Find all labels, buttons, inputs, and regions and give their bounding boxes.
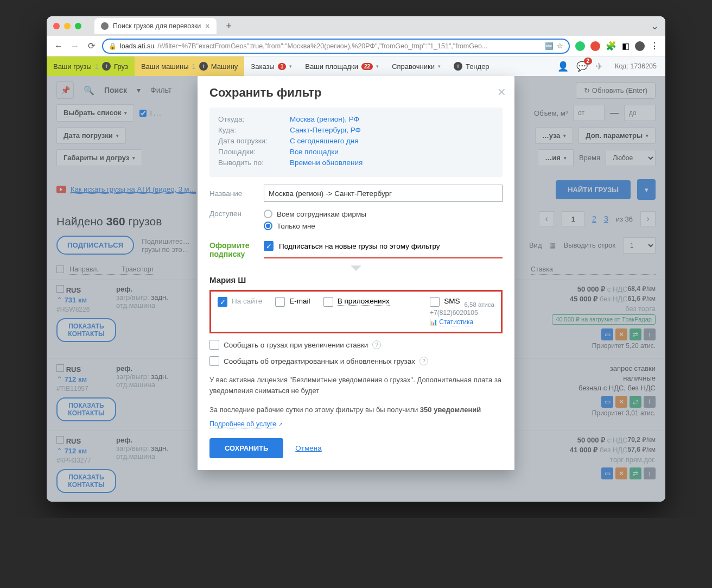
address-bar: ← → ⟳ 🔒 loads.ati.su /#/filter=%7B"exact… <box>47 36 665 56</box>
opt-raise-checkbox[interactable]: Сообщать о грузах при увеличении ставки? <box>209 340 503 350</box>
subscribe-heading: Оформитеподписку <box>209 241 264 258</box>
extensions-icon[interactable]: 🧩 <box>606 41 616 51</box>
add-tender-plus-icon[interactable]: + <box>454 62 462 71</box>
url-path: /#/filter=%7B"exactFromGeos":true,"from"… <box>157 42 487 50</box>
nav-forward-icon[interactable]: → <box>69 41 80 51</box>
profile-avatar[interactable] <box>635 41 645 51</box>
extension-icon[interactable] <box>590 41 600 51</box>
your-trucks-count: 1 <box>192 62 196 71</box>
code-value: 1736205 <box>630 62 657 70</box>
orders-label[interactable]: Заказы <box>251 62 274 71</box>
star-icon[interactable]: ☆ <box>557 42 563 50</box>
channel-site[interactable]: ✓На сайте <box>218 297 262 307</box>
nav-reload-icon[interactable]: ⟳ <box>86 41 97 51</box>
translate-icon[interactable]: 🔤 <box>545 42 554 50</box>
save-filter-modal: × Сохранить фильтр Откуда:Москва (регион… <box>198 76 514 470</box>
favicon <box>101 22 109 30</box>
available-label: Доступен <box>209 210 264 218</box>
pointer-icon <box>351 265 361 271</box>
your-trucks-label[interactable]: Ваши машины <box>141 62 189 71</box>
sidepanel-icon[interactable]: ◧ <box>622 41 630 51</box>
window-zoom[interactable] <box>75 23 81 29</box>
url-field[interactable]: 🔒 loads.ati.su /#/filter=%7B"exactFromGe… <box>102 39 570 54</box>
subscribe-label: Подписаться на новые грузы по этому филь… <box>279 242 440 250</box>
sms-phone: +7(812)6020105 <box>430 309 478 317</box>
your-cargo-count: 1 <box>95 62 99 71</box>
window-close[interactable] <box>53 23 60 29</box>
tab-title: Поиск грузов для перевозки <box>113 22 201 30</box>
code-label: Код: <box>615 62 628 70</box>
url-host: loads.ati.su <box>120 42 154 50</box>
refs-label[interactable]: Справочники <box>392 62 435 71</box>
help-icon[interactable]: ? <box>372 340 381 349</box>
subscribe-checkbox[interactable]: ✓ <box>264 241 274 251</box>
channel-sms[interactable]: SMS <box>430 297 460 307</box>
avail-me-radio[interactable]: Только мне <box>264 222 366 230</box>
send-icon[interactable]: ✈ <box>595 61 603 72</box>
nav-back-icon[interactable]: ← <box>53 41 64 51</box>
contact-icon[interactable]: 👤 <box>557 61 569 72</box>
filter-summary: Откуда:Москва (регион), РФ Куда:Санкт-Пе… <box>209 108 503 177</box>
orders-badge: 1 <box>278 63 287 70</box>
window-minimize[interactable] <box>64 23 71 29</box>
modal-title: Сохранить фильтр <box>209 86 503 100</box>
help-icon[interactable]: ? <box>419 357 428 365</box>
platforms-label[interactable]: Ваши площадки <box>305 62 358 71</box>
new-tab-button[interactable]: + <box>226 21 232 32</box>
lock-icon: 🔒 <box>109 42 117 50</box>
opt-edited-checkbox[interactable]: Сообщать об отредактированных и обновлен… <box>209 356 503 366</box>
tender-label[interactable]: Тендер <box>466 62 490 71</box>
tabs-menu-icon[interactable]: ⌄ <box>651 20 659 32</box>
app-topbar: Ваши грузы 1 + Груз Ваши машины 1 + Маши… <box>47 56 665 76</box>
comments-badge: 2 <box>584 58 593 65</box>
add-cargo-plus-icon[interactable]: + <box>102 62 111 71</box>
stats-link[interactable]: 📊 Статистика <box>430 317 473 326</box>
browser-menu-icon[interactable]: ⋮ <box>650 41 659 51</box>
your-cargo-label[interactable]: Ваши грузы <box>53 62 92 71</box>
filter-name-input[interactable] <box>264 185 503 202</box>
more-link[interactable]: Подробнее об услуге <box>209 420 276 428</box>
avail-all-radio[interactable]: Всем сотрудникам фирмы <box>264 210 366 218</box>
window-titlebar: Поиск грузов для перевозки × + ⌄ <box>47 16 665 36</box>
close-tab-icon[interactable]: × <box>205 22 209 30</box>
save-button[interactable]: СОХРАНИТЬ <box>209 438 283 458</box>
add-cargo-label[interactable]: Груз <box>114 62 128 71</box>
license-info: У вас активна лицензия "Безлимитные увед… <box>209 375 503 396</box>
person-name: Мария Ш <box>209 275 503 284</box>
browser-tab[interactable]: Поиск грузов для перевозки × <box>94 18 217 34</box>
add-truck-label[interactable]: Машину <box>211 62 238 71</box>
notification-channels-box: ✓На сайте E-mail В приложениях SMS 6,58 … <box>209 290 503 333</box>
cancel-link[interactable]: Отмена <box>295 444 321 452</box>
comments-icon[interactable]: 💬 2 <box>576 61 588 72</box>
sms-price: 6,58 атиса <box>464 301 494 308</box>
channel-email[interactable]: E-mail <box>275 297 310 307</box>
name-label: Название <box>209 189 264 198</box>
channel-app[interactable]: В приложениях <box>323 297 390 307</box>
extension-icon[interactable] <box>575 41 585 51</box>
close-icon[interactable]: × <box>498 84 506 100</box>
platforms-badge: 22 <box>361 63 373 70</box>
add-truck-plus-icon[interactable]: + <box>199 62 208 71</box>
